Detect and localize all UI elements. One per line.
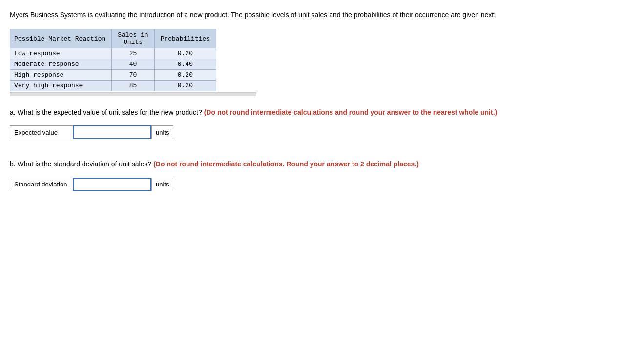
expected-value-units: units	[151, 125, 173, 139]
question-b-prefix: b. What is the standard deviation of uni…	[10, 160, 151, 168]
cell-probability: 0.40	[154, 59, 216, 70]
cell-sales: 40	[112, 59, 154, 70]
standard-deviation-label: Standard deviation	[10, 178, 73, 191]
cell-reaction: Low response	[10, 48, 112, 59]
question-b-answer-row: Standard deviation units	[10, 178, 634, 191]
question-b-text: b. What is the standard deviation of uni…	[10, 159, 620, 169]
cell-probability: 0.20	[154, 70, 216, 81]
cell-reaction: High response	[10, 70, 112, 81]
standard-deviation-units: units	[151, 178, 173, 191]
market-reaction-table: Possible Market Reaction Sales in Units …	[10, 29, 216, 91]
data-table-container: Possible Market Reaction Sales in Units …	[10, 29, 634, 96]
cell-sales: 25	[112, 48, 154, 59]
table-row: Low response250.20	[10, 48, 216, 59]
cell-sales: 85	[112, 81, 154, 91]
question-a-bold: (Do not round intermediate calculations …	[202, 108, 497, 116]
cell-sales: 70	[112, 70, 154, 81]
cell-reaction: Very high response	[10, 81, 112, 91]
question-a-answer-row: Expected value units	[10, 125, 634, 139]
question-a-prefix: a. What is the expected value of unit sa…	[10, 108, 202, 116]
col-header-reaction: Possible Market Reaction	[10, 29, 112, 48]
col-header-sales: Sales in Units	[112, 29, 154, 48]
question-b-section: b. What is the standard deviation of uni…	[10, 159, 634, 191]
question-a-section: a. What is the expected value of unit sa…	[10, 107, 634, 139]
expected-value-label: Expected value	[10, 125, 73, 139]
cell-reaction: Moderate response	[10, 59, 112, 70]
cell-probability: 0.20	[154, 81, 216, 91]
question-a-text: a. What is the expected value of unit sa…	[10, 107, 620, 118]
col-header-probabilities: Probabilities	[154, 29, 216, 48]
standard-deviation-input[interactable]	[73, 178, 151, 191]
table-row: Very high response850.20	[10, 81, 216, 91]
expected-value-input[interactable]	[73, 125, 151, 139]
intro-paragraph: Myers Business Systems is evaluating the…	[10, 10, 620, 20]
scrollbar[interactable]	[10, 92, 256, 96]
table-row: High response700.20	[10, 70, 216, 81]
cell-probability: 0.20	[154, 48, 216, 59]
table-header-row: Possible Market Reaction Sales in Units …	[10, 29, 216, 48]
table-body: Low response250.20Moderate response400.4…	[10, 48, 216, 91]
question-b-bold: (Do not round intermediate calculations.…	[151, 160, 419, 168]
table-row: Moderate response400.40	[10, 59, 216, 70]
